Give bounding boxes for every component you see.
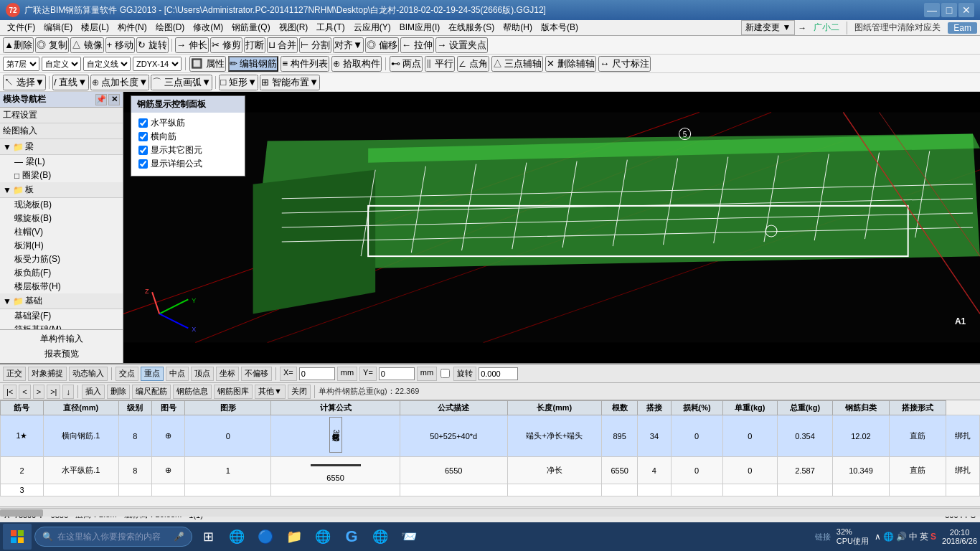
menu-rebar-qty[interactable]: 钢筋量(Q)	[227, 20, 274, 35]
break-btn[interactable]: 打断	[244, 37, 265, 53]
close-button[interactable]: ✕	[958, 3, 974, 17]
show-formula-checkbox[interactable]	[138, 159, 148, 169]
sidebar-item-slab-hole[interactable]: 板洞(H)	[0, 239, 123, 253]
align-btn[interactable]: 对齐▼	[333, 37, 364, 53]
taskbar-search-box[interactable]: 🔍 在这里输入你要搜索的内容 🎤	[34, 527, 192, 547]
steel-option-hbar[interactable]: 横向筋	[138, 131, 237, 143]
offset-btn[interactable]: ◎ 偏移	[365, 37, 399, 53]
menu-modify[interactable]: 修改(M)	[189, 20, 227, 35]
rebar-table-container[interactable]: 筋号 直径(mm) 级别 图号 图形 计算公式 公式描述 长度(mm) 根数 搭…	[0, 400, 980, 508]
menu-version[interactable]: 版本号(B)	[537, 20, 583, 35]
del-row-btn[interactable]: 删除	[107, 385, 130, 399]
mic-icon[interactable]: 🎤	[174, 532, 184, 542]
maximize-button[interactable]: □	[941, 3, 957, 17]
attr-btn[interactable]: 🔲 属性	[189, 56, 226, 72]
report-preview[interactable]: 报表预览	[0, 347, 123, 362]
pick-component-btn[interactable]: ⊕ 拾取构件	[331, 56, 382, 72]
component-list-btn[interactable]: ≡ 构件列表	[281, 56, 329, 72]
close-btn[interactable]: 关闭	[288, 385, 311, 399]
floor-type-select[interactable]: 自定义	[42, 57, 81, 71]
sidebar-item-foundation-beam[interactable]: 基础梁(F)	[0, 309, 123, 323]
hbar-checkbox[interactable]	[138, 132, 148, 141]
menu-online[interactable]: 在线服务(S)	[444, 20, 499, 35]
rebar-info-btn[interactable]: 钢筋信息	[173, 385, 212, 399]
midpoint-snap-btn[interactable]: 重点	[141, 367, 164, 381]
x-input[interactable]	[299, 367, 335, 380]
other-btn[interactable]: 其他▼	[255, 385, 286, 399]
rotate-input[interactable]	[479, 367, 518, 380]
arc-btn[interactable]: ⌒ 三点画弧▼	[151, 75, 212, 90]
stretch-btn[interactable]: ← 拉伸	[400, 37, 434, 53]
rect-btn[interactable]: □ 矩形▼	[219, 75, 258, 90]
menu-help[interactable]: 帮助(H)	[499, 20, 537, 35]
taskbar-app-explorer[interactable]: 📁	[281, 524, 307, 550]
prev-btn[interactable]: <	[19, 385, 30, 399]
point-angle-btn[interactable]: ∠ 点角	[457, 56, 489, 72]
sidebar-section-draw[interactable]: 绘图输入	[0, 123, 123, 139]
ime-icon[interactable]: 中	[909, 531, 918, 543]
menu-bim[interactable]: BIM应用(I)	[395, 20, 445, 35]
intersect-btn[interactable]: 交点	[116, 367, 138, 381]
point-length-btn[interactable]: ⊕ 点加长度▼	[90, 75, 150, 90]
last-btn[interactable]: >|	[47, 385, 60, 399]
sidebar-item-circle-beam[interactable]: □圈梁(B)	[0, 169, 123, 182]
new-change-btn[interactable]: 新建变更 ▼	[741, 20, 795, 35]
edit-rebar-btn[interactable]: ✏ 编辑钢筋	[228, 56, 279, 72]
trim-btn[interactable]: ✂ 修剪	[210, 37, 242, 53]
taskbar-app-glodon[interactable]: G	[339, 524, 364, 550]
up-arrow-icon[interactable]: ∧	[875, 532, 881, 542]
minimize-button[interactable]: —	[924, 3, 940, 17]
layer-select[interactable]: 第7层	[3, 57, 39, 71]
rotate-btn[interactable]: ↻ 旋转	[136, 37, 169, 53]
orthogonal-btn[interactable]: 正交	[3, 367, 26, 381]
parallel-btn[interactable]: ∥ 平行	[425, 56, 455, 72]
hline-checkbox[interactable]	[138, 118, 148, 128]
three-point-aux-btn[interactable]: △ 三点辅轴	[491, 56, 544, 72]
sidebar-item-beam-folder[interactable]: ▼ 📁 梁	[0, 139, 123, 155]
sidebar-item-slab-band[interactable]: 楼层板带(H)	[0, 280, 123, 293]
center-btn[interactable]: 中点	[166, 367, 189, 381]
grip-btn[interactable]: → 设置夹点	[435, 37, 488, 53]
taskbar-app-ie[interactable]: 🌐	[310, 524, 336, 550]
sidebar-section-project[interactable]: 工程设置	[0, 108, 123, 123]
no-offset-btn[interactable]: 不偏移	[241, 367, 272, 381]
del-aux-btn[interactable]: ✕ 删除辅轴	[545, 56, 596, 72]
menu-view[interactable]: 视图(R)	[275, 20, 313, 35]
dim-btn[interactable]: ↔ 尺寸标注	[598, 56, 651, 72]
table-row[interactable]: 2 水平纵筋.1 8 ⊕ 1 6550 6550 净长 6550 4 0 0 2…	[1, 457, 980, 484]
title-controls[interactable]: — □ ✕	[924, 3, 974, 17]
glodon-tray-icon[interactable]: S	[930, 532, 936, 542]
menu-edit[interactable]: 编辑(E)	[39, 20, 77, 35]
split-btn[interactable]: ⊢ 分割	[299, 37, 331, 53]
zdyx-select[interactable]: ZDYX-14	[133, 57, 182, 71]
sidebar-item-slab-folder[interactable]: ▼ 📁 板	[0, 182, 123, 198]
select-btn[interactable]: ↖ 选择▼	[3, 75, 46, 90]
line-btn[interactable]: / 直线▼	[52, 75, 89, 90]
copy-btn[interactable]: ◎ 复制	[35, 37, 69, 53]
show-others-checkbox[interactable]	[138, 146, 148, 155]
taskbar-app-360[interactable]: 🔵	[253, 524, 278, 550]
steel-option-hline[interactable]: 水平纵筋	[138, 117, 237, 129]
menu-tools[interactable]: 工具(T)	[312, 20, 349, 35]
ime-switch[interactable]: 英	[920, 531, 928, 543]
line-type-select[interactable]: 自定义线	[83, 57, 131, 71]
sidebar-item-slab-neg[interactable]: 板负筋(F)	[0, 266, 123, 280]
two-point-btn[interactable]: ⊷ 两点	[390, 56, 423, 72]
merge-btn[interactable]: ⊔ 合并	[267, 37, 298, 53]
horizontal-scrollbar[interactable]	[0, 508, 980, 517]
next-btn[interactable]: >	[33, 385, 44, 399]
taskbar-app-task-view[interactable]: ⊞	[195, 524, 221, 550]
smart-layout-btn[interactable]: ⊞ 智能布置▼	[260, 75, 320, 90]
mirror-btn[interactable]: △ 镜像	[70, 37, 104, 53]
steel-option-show-formula[interactable]: 显示详细公式	[138, 158, 237, 170]
drawings-mgr[interactable]: 图纸管理中清除对应关	[850, 20, 945, 35]
menu-cloud[interactable]: 云应用(Y)	[349, 20, 395, 35]
vertex-btn[interactable]: 顶点	[191, 367, 214, 381]
sidebar-item-col-cap[interactable]: 柱帽(V)	[0, 225, 123, 239]
sidebar-item-slab-tension[interactable]: 板受力筋(S)	[0, 253, 123, 266]
rebar-lib-btn[interactable]: 钢筋图库	[214, 385, 253, 399]
taskbar-app-mail[interactable]: 📨	[396, 524, 422, 550]
sidebar-item-raft[interactable]: 筏板基础(M)	[0, 323, 123, 329]
taskbar-clock[interactable]: 20:10 2018/6/26	[942, 528, 977, 545]
down-btn[interactable]: ↓	[62, 385, 74, 399]
